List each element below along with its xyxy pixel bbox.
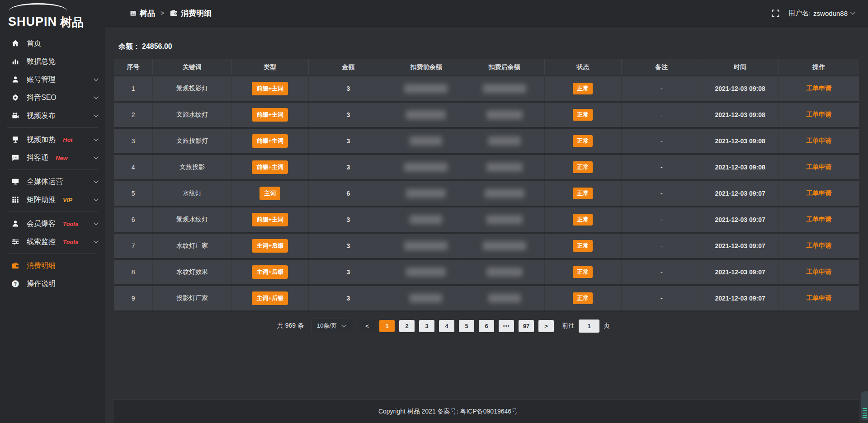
cell-time: 2021-12-03 09:07 <box>702 233 778 259</box>
sidebar-item-data-overview[interactable]: 数据总览 <box>0 52 105 70</box>
copyright-text: Copyright 树品 2021 备案号: 粤ICP备09019646号 <box>378 408 518 416</box>
work-order-link[interactable]: 工单申请 <box>806 268 831 275</box>
column-header: 状态 <box>545 59 622 76</box>
sidebar-item-label: 账号管理 <box>27 75 56 85</box>
pagination-page-97[interactable]: 97 <box>519 320 534 332</box>
cell-time: 2021-12-03 09:08 <box>702 128 778 154</box>
cell-status: 正常 <box>545 154 622 180</box>
type-badge: 主词+后缀 <box>252 239 288 253</box>
pagination-next-button[interactable]: > <box>538 320 554 332</box>
work-order-link[interactable]: 工单申请 <box>806 189 831 197</box>
cell-action: 工单申请 <box>778 180 859 207</box>
grid-icon <box>11 195 20 204</box>
user-icon <box>11 75 20 84</box>
sidebar-item-tag: Tools <box>63 221 78 227</box>
cell-status: 正常 <box>545 102 622 128</box>
sidebar-divider <box>7 212 98 212</box>
pagination-page-1[interactable]: 1 <box>379 320 395 332</box>
cell-balance-before <box>388 76 464 102</box>
brand-logo: SHUPIN 树品 <box>0 0 105 30</box>
sidebar-item-home[interactable]: 首页 <box>0 34 105 52</box>
sidebar-item-douketong[interactable]: 抖客通New <box>0 149 105 167</box>
sidebar-item-operation-guide[interactable]: ?操作说明 <box>0 275 105 293</box>
work-order-link[interactable]: 工单申请 <box>806 85 831 92</box>
work-order-link[interactable]: 工单申请 <box>806 242 831 249</box>
cell-amount: 6 <box>308 180 388 207</box>
pagination-prev-button[interactable]: < <box>359 320 375 332</box>
redacted-balance-before <box>404 84 448 93</box>
work-order-link[interactable]: 工单申请 <box>806 216 831 223</box>
column-header: 操作 <box>778 59 859 76</box>
sidebar-item-clue-monitor[interactable]: 线索监控Tools <box>0 233 105 251</box>
cell-amount: 3 <box>308 259 388 285</box>
user-menu[interactable]: 用户名: zswodun88 <box>788 9 855 18</box>
type-badge: 前缀+主词 <box>252 82 288 95</box>
table-row: 7水纹灯厂家主词+后缀3正常-2021-12-03 09:07工单申请 <box>114 233 859 259</box>
sidebar-item-consume-detail[interactable]: 消费明细 <box>0 257 105 275</box>
chevron-down-icon <box>94 114 99 118</box>
pagination-page-6[interactable]: 6 <box>479 320 494 332</box>
status-badge: 正常 <box>573 266 593 278</box>
sidebar-item-tag: New <box>56 155 68 161</box>
status-badge: 正常 <box>573 214 593 226</box>
redacted-balance-before <box>404 163 448 172</box>
table-header-row: 序号关键词类型金额扣费前余额扣费后余额状态备注时间操作 <box>114 59 859 76</box>
breadcrumb-item-app[interactable]: 树品 <box>130 8 155 19</box>
pagination-page-3[interactable]: 3 <box>419 320 434 332</box>
topbar: 树品 > 消费明细 用户名: zswodun88 <box>105 0 868 27</box>
page-size-select[interactable]: 10条/页 <box>311 319 352 333</box>
redacted-balance-before <box>404 241 448 250</box>
sidebar-item-account-management[interactable]: 账号管理 <box>0 70 105 89</box>
redacted-balance-after <box>486 163 523 172</box>
redacted-balance-after <box>483 241 526 250</box>
pagination-ellipsis[interactable]: ••• <box>499 320 514 332</box>
sidebar-item-video-publish[interactable]: 视频发布 <box>0 107 105 125</box>
cell-keyword: 景观投影灯 <box>153 76 232 102</box>
sidebar-item-label: 矩阵助推 <box>27 195 56 205</box>
column-header: 扣费前余额 <box>388 59 464 76</box>
sidebar-item-video-heat[interactable]: 视频加热Hot <box>0 131 105 149</box>
username-value: zswodun88 <box>813 9 848 17</box>
sidebar-item-member-burst[interactable]: 会员爆客Tools <box>0 215 105 233</box>
pagination-goto: 前往 页 <box>562 320 610 333</box>
cell-time: 2021-12-03 09:07 <box>702 259 778 285</box>
footer: Copyright 树品 2021 备案号: 粤ICP备09019646号 <box>114 400 859 423</box>
chat-icon <box>11 153 20 162</box>
side-widget-handle[interactable] <box>861 391 868 420</box>
work-order-link[interactable]: 工单申请 <box>806 111 831 118</box>
status-badge: 正常 <box>573 292 593 304</box>
app-icon <box>130 10 137 17</box>
sidebar-item-tag: Tools <box>63 239 78 245</box>
redacted-balance-after <box>485 189 524 198</box>
goto-page-input[interactable] <box>579 320 599 333</box>
work-order-link[interactable]: 工单申请 <box>806 137 831 144</box>
cell-remark: - <box>621 285 702 311</box>
sidebar-item-label: 抖客通 <box>27 153 48 163</box>
sidebar-item-all-media-operation[interactable]: 全媒体运营 <box>0 173 105 191</box>
sidebar-item-label: 会员爆客 <box>27 219 56 229</box>
status-badge: 正常 <box>573 135 593 147</box>
chevron-down-icon <box>94 198 99 202</box>
monitor-icon <box>11 177 20 186</box>
sidebar-item-matrix-boost[interactable]: 矩阵助推VIP <box>0 191 105 209</box>
cell-type: 前缀+主词 <box>231 154 308 180</box>
status-badge: 正常 <box>573 240 593 252</box>
heat-icon <box>11 135 20 144</box>
cell-action: 工单申请 <box>778 102 859 128</box>
cell-remark: - <box>621 259 702 285</box>
work-order-link[interactable]: 工单申请 <box>806 294 831 301</box>
cell-balance-after <box>464 102 545 128</box>
pagination-page-5[interactable]: 5 <box>459 320 474 332</box>
fullscreen-icon[interactable] <box>772 9 779 17</box>
redacted-balance-after <box>488 294 521 303</box>
cell-index: 5 <box>114 180 153 207</box>
pagination-page-4[interactable]: 4 <box>439 320 454 332</box>
pagination-page-2[interactable]: 2 <box>399 320 415 332</box>
work-order-link[interactable]: 工单申请 <box>806 163 831 170</box>
sidebar-item-tag: Hot <box>63 136 73 143</box>
sidebar-item-douyin-seo[interactable]: 抖音SEO <box>0 89 105 107</box>
breadcrumb-item-consume-detail[interactable]: 消费明细 <box>170 8 212 19</box>
cell-amount: 3 <box>308 76 388 102</box>
cell-amount: 3 <box>308 285 388 311</box>
main-area: 树品 > 消费明细 用户名: zswodun88 余额：24856. <box>105 0 868 423</box>
